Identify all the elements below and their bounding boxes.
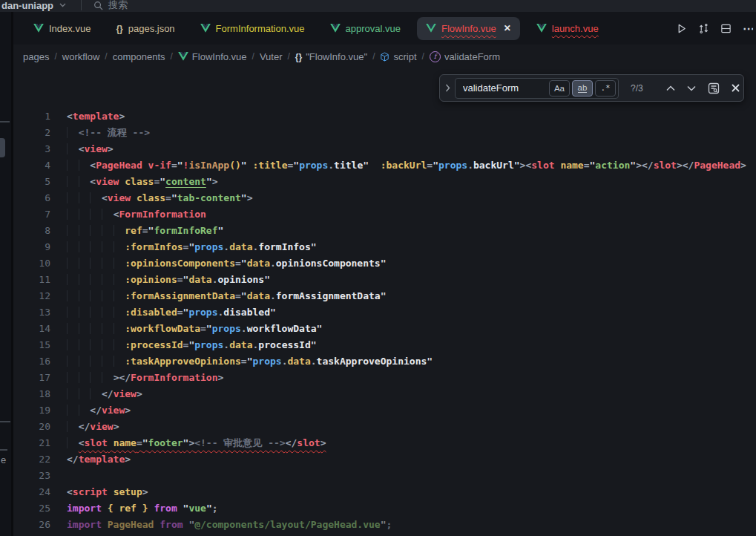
breadcrumb-item-Vuter[interactable]: Vuter [260, 51, 283, 62]
code-line-content: :taskApproveOpinions="props.data.taskApp… [67, 353, 433, 370]
tab-label: approval.vue [346, 23, 401, 34]
tab-launch.vue[interactable]: launch.vue [524, 12, 611, 45]
breadcrumb-item-validateForm[interactable]: fvalidateForm [430, 51, 500, 62]
vue-icon [330, 24, 341, 33]
line-number: 1 [13, 108, 50, 125]
more-actions-icon[interactable]: ⋯ [743, 22, 753, 36]
breadcrumb-separator: / [372, 51, 375, 62]
code-line-8[interactable]: 8 ref="formInfoRef" [13, 223, 756, 239]
cropped-line [0, 121, 10, 122]
code-line-18[interactable]: 18 </view> [13, 386, 756, 402]
breadcrumb-item-pages[interactable]: pages [23, 51, 49, 62]
regex-button[interactable]: .* [595, 80, 616, 97]
line-number: 16 [13, 353, 50, 370]
find-widget: Aaab.* ?/3 [439, 74, 744, 102]
tab-FormInformation.vue[interactable]: FormInformation.vue [188, 12, 318, 45]
code-line-2[interactable]: 2 <!-- 流程 --> [13, 125, 756, 141]
breadcrumb-label: script [393, 51, 416, 62]
tab-label: launch.vue [552, 23, 599, 34]
caret-down-icon[interactable] [59, 3, 66, 7]
code-line-6[interactable]: 6 <view class="tab-content"> [13, 190, 756, 206]
title-bar: dan-uniapp 搜索 [0, 0, 756, 12]
breadcrumb-item-FlowInfo.vue[interactable]: {}"FlowInfo.vue" [295, 51, 367, 62]
code-line-23[interactable]: 23 [13, 468, 756, 484]
code-line-content: <view class="content"> [67, 174, 218, 190]
tab-approval.vue[interactable]: approval.vue [318, 12, 413, 45]
left-cropped-strip: e [0, 12, 13, 536]
line-number: 20 [13, 419, 50, 435]
line-number: 18 [13, 386, 50, 402]
tab-label: FlowInfo.vue [441, 23, 496, 34]
titlebar-divider [81, 0, 82, 10]
find-input[interactable] [457, 82, 547, 94]
tab-FlowInfo.vue[interactable]: FlowInfo.vue✕ [417, 17, 520, 40]
previous-match-button[interactable] [666, 85, 675, 91]
breadcrumb-item-script[interactable]: script [380, 51, 416, 62]
whole-word-button[interactable]: ab [572, 80, 593, 97]
line-number: 15 [13, 337, 50, 353]
code-line-22[interactable]: 22</template> [13, 451, 756, 468]
breadcrumb-separator: / [252, 51, 254, 62]
arrow-swap-icon[interactable] [698, 23, 709, 34]
function-icon: f [430, 51, 441, 62]
code-line-19[interactable]: 19 </view> [13, 402, 756, 419]
breadcrumb-item-FlowInfo.vue[interactable]: FlowInfo.vue [178, 51, 247, 62]
code-line-content: :disabled="props.disabled" [67, 304, 276, 321]
code-line-20[interactable]: 20 </view> [13, 419, 756, 435]
run-icon[interactable] [676, 23, 687, 34]
code-line-3[interactable]: 3 <view> [13, 141, 756, 157]
code-line-content: <template> [67, 108, 125, 125]
line-number: 4 [13, 157, 50, 174]
code-line-14[interactable]: 14 :workflowData="props.workflowData" [13, 321, 756, 337]
close-tab-icon[interactable]: ✕ [504, 23, 511, 33]
code-line-13[interactable]: 13 :disabled="props.disabled" [13, 304, 756, 321]
code-line-9[interactable]: 9 :formInfos="props.data.formInfos" [13, 239, 756, 255]
code-line-1[interactable]: 1<template> [13, 108, 756, 125]
code-line-25[interactable]: 25import { ref } from "vue"; [13, 500, 756, 517]
line-number: 3 [13, 141, 50, 157]
code-line-21[interactable]: 21 <slot name="footer"><!-- 审批意见 --></sl… [13, 435, 756, 451]
code-line-content: <PageHead v-if="!isInApp()" :title="prop… [67, 157, 746, 174]
next-match-button[interactable] [687, 85, 696, 91]
line-number: 12 [13, 288, 50, 304]
code-line-content: :formInfos="props.data.formInfos" [67, 239, 317, 255]
code-line-5[interactable]: 5 <view class="content"> [13, 174, 756, 190]
code-line-26[interactable]: 26import PageHead from "@/components/lay… [13, 517, 756, 533]
find-input-box: Aaab.* [455, 78, 619, 99]
find-in-selection-button[interactable] [708, 82, 720, 94]
project-name[interactable]: dan-uniapp [1, 0, 53, 11]
breadcrumb-label: FlowInfo.vue [192, 51, 247, 62]
code-line-16[interactable]: 16 :taskApproveOpinions="props.data.task… [13, 353, 756, 370]
line-number: 10 [13, 255, 50, 272]
close-find-button[interactable] [732, 84, 740, 92]
breadcrumb-item-components[interactable]: components [113, 51, 165, 62]
tab-Index.vue[interactable]: Index.vue [21, 12, 103, 45]
vue-icon [178, 52, 188, 61]
code-line-17[interactable]: 17 ></FormInformation> [13, 370, 756, 386]
error-squiggle-span: <slot name="footer"><!-- 审批意见 --></slot> [79, 437, 326, 448]
breadcrumb-label: pages [23, 51, 49, 62]
breadcrumb-label: workflow [62, 51, 100, 62]
code-line-7[interactable]: 7 <FormInformation [13, 206, 756, 223]
code-line-11[interactable]: 11 :opinions="data.opinions" [13, 272, 756, 288]
match-case-button[interactable]: Aa [549, 80, 570, 97]
editor-actions: ⋯ [676, 12, 756, 45]
code-line-10[interactable]: 10 :opinionsComponents="data.opinionsCom… [13, 255, 756, 272]
breadcrumb-item-workflow[interactable]: workflow [62, 51, 100, 62]
line-number: 19 [13, 402, 50, 419]
code-editor[interactable]: 1<template>2 <!-- 流程 -->3 <view>4 <PageH… [13, 108, 756, 536]
code-line-4[interactable]: 4 <PageHead v-if="!isInApp()" :title="pr… [13, 157, 756, 174]
code-line-12[interactable]: 12 :formAssignmentData="data.formAssignm… [13, 288, 756, 304]
cropped-line [0, 421, 10, 422]
toggle-replace-chevron-icon[interactable] [440, 84, 455, 92]
line-number: 14 [13, 321, 50, 337]
tab-bar: Index.vue{}pages.jsonFormInformation.vue… [13, 12, 756, 45]
line-number: 23 [13, 468, 50, 484]
global-search[interactable]: 搜索 [93, 0, 128, 12]
line-number: 7 [13, 206, 50, 223]
code-line-15[interactable]: 15 :processId="props.data.processId" [13, 337, 756, 353]
split-editor-icon[interactable] [720, 23, 732, 34]
tab-pages.json[interactable]: {}pages.json [103, 12, 187, 45]
code-line-content: </view> [67, 419, 119, 435]
code-line-24[interactable]: 24<script setup> [13, 484, 756, 500]
